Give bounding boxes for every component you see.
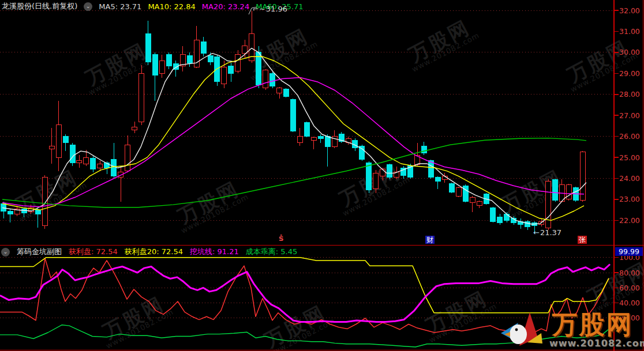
candle-body[interactable] [504, 214, 510, 220]
trough-price-annotation: ←21.37 [533, 228, 561, 237]
ma-line-ma20 [2, 78, 584, 207]
mascot-bird-body [510, 324, 527, 344]
candle-body[interactable] [277, 88, 282, 93]
mascot-bird-eye [515, 329, 518, 331]
candle-body[interactable] [84, 157, 89, 164]
candle-body[interactable] [8, 211, 13, 214]
candle-body[interactable] [159, 61, 164, 73]
site-mascot-logo [495, 309, 553, 351]
candle-body[interactable] [290, 100, 295, 131]
candle-body[interactable] [470, 197, 475, 202]
price-axis-label: 25.00 [619, 153, 644, 162]
cost-bias-value: 成本乖离: 5.45 [246, 247, 297, 257]
price-axis-label: 22.00 [619, 216, 644, 225]
candle-body[interactable] [456, 188, 461, 197]
candle-body[interactable] [421, 146, 426, 153]
candle-body[interactable] [215, 56, 220, 82]
profit20-value: 获利盘20: 72.54 [125, 247, 183, 257]
ma20-value: MA20: 23.24 [202, 2, 249, 11]
candle-body[interactable] [139, 73, 144, 122]
candle-body[interactable] [187, 55, 192, 63]
candle-body[interactable] [49, 146, 54, 149]
site-logo-url: www.201082.com [549, 338, 636, 349]
candle-body[interactable] [63, 137, 68, 143]
price-axis-label: 29.00 [619, 69, 644, 78]
candle-body[interactable] [304, 123, 309, 137]
candle-body[interactable] [35, 210, 40, 214]
candle-body[interactable] [525, 221, 530, 227]
profit-value: 获利盘: 72.54 [69, 247, 118, 257]
sub-current-value-badge: 99.99 [615, 247, 643, 256]
price-axis-label: 40.00 [619, 299, 644, 307]
chevron-down-icon[interactable]: ⌄ [84, 2, 92, 11]
candle-body[interactable] [553, 179, 558, 200]
candle-body[interactable] [311, 137, 316, 140]
candle-body[interactable] [366, 163, 372, 190]
chevron-down-icon[interactable]: ⌄ [1, 248, 10, 256]
marker-zhang-badge[interactable]: 张 [578, 236, 587, 244]
candle-body[interactable] [208, 55, 213, 62]
candle-body[interactable] [91, 158, 96, 169]
price-axis-label: 30.00 [619, 48, 644, 56]
candle-body[interactable] [325, 137, 330, 147]
candle-body[interactable] [256, 52, 261, 85]
candle-body[interactable] [235, 55, 241, 71]
price-axis-label: 32.00 [619, 6, 644, 15]
price-axis-label: 26.00 [619, 132, 644, 141]
candle-body[interactable] [387, 165, 392, 178]
price-axis-label: 24.00 [619, 174, 644, 183]
candle-body[interactable] [42, 178, 47, 226]
candle-body[interactable] [132, 127, 137, 130]
price-axis-label: 28.00 [619, 90, 644, 99]
indicator-title: 筹码金坑副图 [17, 247, 62, 257]
peak-price-annotation: ⌐~31.96 [253, 5, 287, 13]
price-axis-label: 27.00 [619, 111, 644, 120]
candle-body[interactable] [373, 173, 379, 188]
site-logo: 万股网 www.201082.com [549, 311, 636, 349]
candle-body[interactable] [435, 178, 440, 182]
site-logo-name: 万股网 [549, 311, 636, 338]
candle-body[interactable] [497, 217, 503, 222]
candle-body[interactable] [270, 73, 275, 86]
candle-body[interactable] [546, 182, 551, 228]
ma10-value: MA10: 22.84 [148, 2, 195, 11]
candle-body[interactable] [70, 145, 75, 163]
candle-body[interactable] [491, 208, 496, 222]
pit-line-value: 挖坑线: 91.21 [190, 247, 239, 257]
candle-body[interactable] [201, 42, 206, 54]
candle-body[interactable] [98, 164, 103, 168]
price-axis-label: 23.00 [619, 195, 644, 203]
candle-body[interactable] [77, 161, 82, 163]
candle-body[interactable] [449, 184, 454, 193]
candle-body[interactable] [297, 137, 302, 143]
candle-body[interactable] [21, 209, 27, 213]
candle-body[interactable] [166, 55, 171, 66]
candle-body[interactable] [263, 70, 268, 88]
price-axis-label: 31.00 [619, 27, 644, 36]
price-axis-label: 80.00 [619, 269, 644, 277]
candle-body[interactable] [229, 66, 234, 74]
ma-line-ma10 [2, 56, 584, 220]
candle-body[interactable] [580, 152, 585, 201]
candle-body[interactable] [56, 125, 61, 157]
marker-cai-badge[interactable]: 财 [425, 236, 435, 244]
sub-indicator-header: ⌄ 筹码金坑副图 获利盘: 72.54 获利盘20: 72.54 挖坑线: 91… [1, 247, 297, 257]
candle-body[interactable] [125, 145, 130, 171]
candle-body[interactable] [318, 137, 323, 139]
ma5-value: MA5: 23.71 [99, 2, 141, 11]
chart-canvas[interactable] [0, 0, 644, 351]
indicator-line [0, 258, 609, 313]
candle-body[interactable] [222, 67, 227, 84]
candle-body[interactable] [1, 203, 6, 211]
candle-body[interactable] [283, 89, 289, 97]
stock-app-window: 万股网www.201082.com万股网www.201082.com万股网www… [0, 0, 644, 351]
candle-body[interactable] [111, 160, 117, 176]
marker-stamp-s: ṡ [279, 234, 283, 242]
candle-body[interactable] [152, 55, 158, 76]
peak-arrow-icon: ⌐~ [253, 5, 265, 13]
candle-body[interactable] [477, 202, 482, 206]
trough-arrow-icon: ← [533, 228, 540, 237]
ma-line-ma60 [2, 138, 586, 207]
candle-body[interactable] [145, 33, 151, 62]
candle-body[interactable] [566, 184, 571, 199]
